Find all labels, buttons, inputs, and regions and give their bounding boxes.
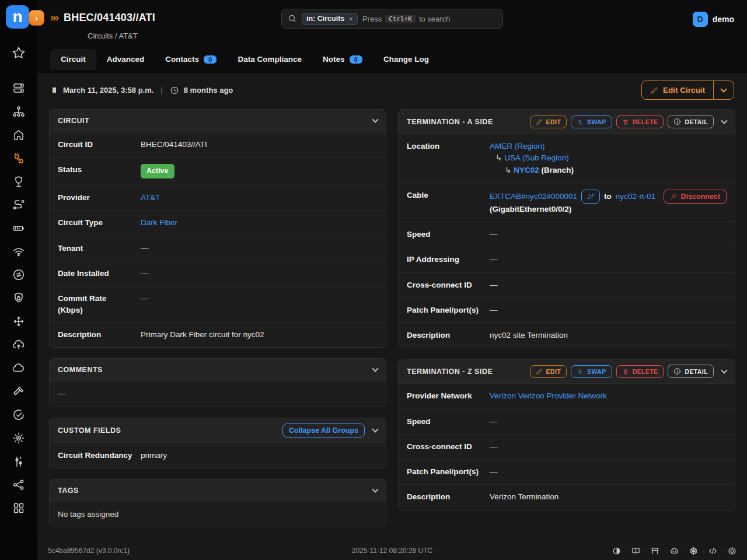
cable-trace-button[interactable] <box>581 190 600 204</box>
termination-a-edit-button[interactable]: EDIT <box>530 116 567 128</box>
circuit-panel-collapse-icon[interactable] <box>372 116 378 123</box>
termination-z-delete-button[interactable]: DELETE <box>616 365 664 378</box>
route-path-icon[interactable] <box>11 197 26 212</box>
circuit-type-link[interactable]: Dark Fiber <box>141 218 177 227</box>
termination-a-delete-button[interactable]: DELETE <box>616 116 664 128</box>
integrations-share-icon[interactable] <box>11 477 26 492</box>
code-brackets-icon[interactable] <box>708 547 717 555</box>
status-badge[interactable]: Active <box>141 164 174 178</box>
provider-link[interactable]: AT&T <box>141 193 160 202</box>
table-row: Speed— <box>399 222 735 247</box>
collapse-all-groups-label: Collapse All Groups <box>289 426 358 435</box>
jobs-hammer-icon[interactable] <box>11 384 26 399</box>
tab-circuit[interactable]: Circuit <box>50 49 96 70</box>
chevron-down-icon <box>720 86 727 92</box>
breadcrumb-chevrons-icon: ››› <box>50 11 58 24</box>
location-building-icon[interactable] <box>11 127 26 142</box>
circuits-plug-icon[interactable] <box>11 150 26 166</box>
circuit-description-value: Primary Dark Fiber circuit for nyc02 <box>141 329 378 341</box>
favorites-star-icon[interactable] <box>11 46 26 61</box>
comments-value: — <box>58 388 378 400</box>
user-name: demo <box>713 15 734 24</box>
tags-panel-collapse-icon[interactable] <box>372 486 378 492</box>
wireless-wifi-icon[interactable] <box>11 244 26 259</box>
termination-z-collapse-icon[interactable] <box>721 367 727 373</box>
location-branch-link[interactable]: NYC02 <box>514 166 539 174</box>
location-region-link[interactable]: AMER (Region) <box>490 142 545 150</box>
provider-network-link[interactable]: Verizon Verizon Provider Network <box>490 391 607 400</box>
nautobot-logo[interactable]: n <box>6 5 29 29</box>
termination-z-edit-button[interactable]: EDIT <box>530 365 567 378</box>
edit-circuit-button[interactable]: Edit Circuit <box>642 81 713 99</box>
tab-notes-label: Notes <box>323 55 345 64</box>
tab-notes[interactable]: Notes0 <box>312 49 373 70</box>
comments-panel: COMMENTS — <box>49 358 386 407</box>
docs-book-icon[interactable] <box>631 547 640 555</box>
location-subregion-link[interactable]: USA (Sub Region) <box>504 153 568 162</box>
location-branch-type: (Branch) <box>542 166 574 174</box>
power-battery-icon[interactable] <box>11 220 26 236</box>
user-menu[interactable]: D demo <box>693 12 734 27</box>
theme-toggle-icon[interactable] <box>612 547 621 555</box>
graphql-icon[interactable] <box>689 547 698 555</box>
sync-arrows-icon[interactable] <box>11 267 26 282</box>
edit-circuit-dropdown[interactable] <box>713 81 734 99</box>
tab-advanced-label: Advanced <box>107 55 145 64</box>
table-row: StatusActive <box>50 157 386 185</box>
termination-a-detail-button[interactable]: DETAIL <box>668 115 714 128</box>
avatar-letter: D <box>697 15 703 24</box>
comments-panel-collapse-icon[interactable] <box>372 366 378 372</box>
tab-data-compliance-label: Data Compliance <box>238 55 302 64</box>
termination-a-swap-button[interactable]: SWAP <box>571 116 612 128</box>
search-kbd: Ctrl+K <box>385 15 416 23</box>
table-row: IP Addressing— <box>399 247 735 272</box>
trace-path-icon <box>586 192 595 201</box>
circuit-redundancy-value: primary <box>141 450 378 461</box>
breadcrumb[interactable]: Circuits / AT&T <box>88 32 138 40</box>
sidebar-expand-button[interactable]: › <box>29 10 44 26</box>
cable-device-link[interactable]: nyc02-rt-01 <box>616 191 655 202</box>
timestamp-separator: | <box>158 86 165 94</box>
table-row: DescriptionVerizon Termination <box>399 484 735 509</box>
trash-icon <box>622 368 629 375</box>
cloud-upload-icon[interactable] <box>11 337 26 352</box>
comments-panel-title: COMMENTS <box>58 366 365 374</box>
termination-a-collapse-icon[interactable] <box>721 117 727 124</box>
custom-fields-panel-collapse-icon[interactable] <box>372 426 378 432</box>
api-gate-icon[interactable] <box>651 547 659 555</box>
termination-z-title: TERMINATION - Z SIDE <box>407 368 526 376</box>
apps-grid-icon[interactable] <box>11 501 26 516</box>
global-search-input[interactable]: in: Circuits × Press Ctrl+K to search <box>281 9 503 29</box>
search-filter-chip[interactable]: in: Circuits × <box>302 13 358 25</box>
table-row: DescriptionPrimary Dark Fiber circuit fo… <box>50 322 386 347</box>
tab-advanced[interactable]: Advanced <box>96 49 155 70</box>
organization-tree-icon[interactable] <box>11 104 26 119</box>
security-shield-icon[interactable] <box>11 174 26 189</box>
collapse-all-groups-button[interactable]: Collapse All Groups <box>282 424 365 438</box>
tab-change-log[interactable]: Change Log <box>373 49 439 70</box>
settings-gear-icon[interactable] <box>11 430 26 446</box>
tree-arrow-icon: ↳ <box>495 153 502 162</box>
cloud-code-icon[interactable] <box>670 547 679 555</box>
tab-data-compliance[interactable]: Data Compliance <box>227 49 312 70</box>
cloud-icon[interactable] <box>11 360 26 376</box>
filters-sliders-icon[interactable] <box>11 454 26 469</box>
termination-z-detail-button[interactable]: DETAIL <box>668 365 714 378</box>
tab-circuit-label: Circuit <box>61 55 86 64</box>
secrets-shield-flame-icon[interactable] <box>11 290 26 306</box>
move-arrows-icon[interactable] <box>11 314 26 329</box>
updated-relative-time: 8 months ago <box>184 86 233 94</box>
support-lifebuoy-icon[interactable] <box>728 547 736 555</box>
approvals-check-icon[interactable] <box>11 407 26 422</box>
notes-count-badge: 0 <box>350 55 362 64</box>
termination-z-swap-button[interactable]: SWAP <box>571 365 612 378</box>
chip-close-icon[interactable]: × <box>348 15 353 23</box>
tab-contacts[interactable]: Contacts0 <box>155 49 227 70</box>
disconnect-button[interactable]: Disconnect <box>664 190 727 204</box>
custom-fields-panel-title: CUSTOM FIELDS <box>58 426 278 435</box>
cable-link[interactable]: EXTCAB#nyc02#000001 <box>490 191 577 202</box>
user-avatar: D <box>693 12 708 27</box>
footer: 5c4ba89567d2 (v3.0.0rc1) 2025-11-12 08:2… <box>37 541 747 560</box>
info-icon <box>673 368 681 375</box>
device-racks-icon[interactable] <box>11 80 26 96</box>
